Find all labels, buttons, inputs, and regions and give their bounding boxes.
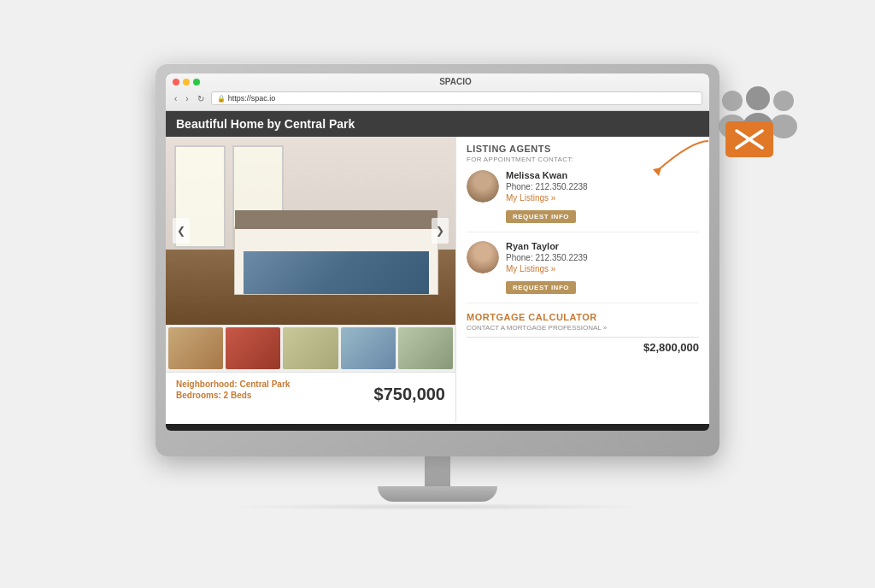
agent-phone-2: Phone: 212.350.2239 bbox=[506, 253, 699, 262]
property-info: Neighborhood: Central Park Bedrooms: 2 B… bbox=[166, 372, 455, 411]
bed-headboard bbox=[235, 210, 438, 229]
thumbnail-4[interactable] bbox=[341, 327, 396, 369]
stand-neck bbox=[425, 456, 450, 486]
agent-avatar-1 bbox=[467, 170, 499, 203]
arrow-icon bbox=[640, 137, 717, 179]
mortgage-section: MORTGAGE CALCULATOR CONTACT A MORTGAGE P… bbox=[467, 312, 699, 354]
page-title: Beautiful Home by Central Park bbox=[176, 117, 699, 131]
main-image-container: ❮ ❯ bbox=[166, 137, 455, 325]
request-info-button-1[interactable]: REQUEST INFO bbox=[506, 210, 576, 223]
next-image-button[interactable]: ❯ bbox=[432, 218, 449, 244]
bedroom-image bbox=[166, 137, 455, 325]
chevron-right-icon: ❯ bbox=[436, 225, 444, 237]
svg-point-0 bbox=[722, 91, 743, 111]
agent-phone-1: Phone: 212.350.2238 bbox=[506, 182, 699, 191]
beds-label: Bedrooms: bbox=[176, 391, 221, 400]
prev-image-button[interactable]: ❮ bbox=[173, 218, 190, 244]
monitor-bottom-glow bbox=[224, 503, 651, 510]
dot-maximize[interactable] bbox=[193, 79, 200, 85]
bed-blanket bbox=[244, 251, 429, 294]
dot-minimize[interactable] bbox=[183, 79, 190, 85]
thumbnail-5[interactable] bbox=[398, 327, 453, 369]
browser-nav-bar: ‹ › ↻ 🔒 https://spac.io bbox=[173, 90, 702, 107]
page-header: Beautiful Home by Central Park bbox=[166, 111, 709, 137]
scene: SPACIO ‹ › ↻ 🔒 https://spac.io bbox=[0, 0, 875, 588]
svg-point-2 bbox=[746, 86, 770, 110]
url-bar[interactable]: 🔒 https://spac.io bbox=[211, 91, 702, 105]
svg-point-4 bbox=[773, 91, 794, 111]
email-badge bbox=[725, 121, 773, 157]
monitor-screen-border: SPACIO ‹ › ↻ 🔒 https://spac.io bbox=[156, 63, 719, 456]
email-icon bbox=[735, 129, 764, 150]
browser-tab-title: SPACIO bbox=[208, 77, 702, 86]
mortgage-subtitle[interactable]: CONTACT A MORTGAGE PROFESSIONAL » bbox=[467, 324, 699, 332]
lock-icon: 🔒 bbox=[217, 95, 226, 103]
stand-base bbox=[378, 486, 497, 502]
main-content: ❮ ❯ bbox=[166, 137, 709, 422]
mortgage-amount: $2,800,000 bbox=[467, 337, 699, 354]
property-price: $750,000 bbox=[374, 385, 445, 404]
agent-listings-2[interactable]: My Listings » bbox=[506, 264, 699, 273]
browser-dots bbox=[173, 79, 200, 85]
refresh-button[interactable]: ↻ bbox=[196, 94, 206, 103]
browser-content: Beautiful Home by Central Park bbox=[166, 111, 709, 424]
thumbnail-1[interactable] bbox=[168, 327, 223, 369]
browser-chrome: SPACIO ‹ › ↻ 🔒 https://spac.io bbox=[166, 74, 709, 111]
svg-point-5 bbox=[770, 115, 797, 138]
agent-name-2: Ryan Taylor bbox=[506, 241, 699, 251]
svg-marker-8 bbox=[653, 168, 661, 176]
thumbnail-2[interactable] bbox=[226, 327, 280, 369]
request-info-button-2[interactable]: REQUEST INFO bbox=[506, 281, 576, 294]
neighborhood-value: Central Park bbox=[239, 379, 290, 389]
listing-panel: ❮ ❯ bbox=[166, 137, 456, 422]
agent-info-2: Ryan Taylor Phone: 212.350.2239 My Listi… bbox=[506, 241, 699, 294]
agent-avatar-2 bbox=[467, 241, 499, 273]
chevron-left-icon: ❮ bbox=[177, 225, 185, 237]
thumbnail-strip bbox=[166, 325, 455, 372]
thumbnail-3[interactable] bbox=[283, 327, 338, 369]
agent-photo-ryan bbox=[467, 241, 499, 273]
monitor-stand bbox=[386, 456, 489, 502]
beds-value: 2 Beds bbox=[224, 391, 252, 400]
agents-panel: LISTING AGENTS FOR APPOINTMENT CONTACT: … bbox=[456, 137, 709, 422]
side-decoration bbox=[708, 85, 802, 149]
forward-button[interactable]: › bbox=[184, 94, 190, 103]
url-text: https://spac.io bbox=[228, 94, 276, 103]
agent-photo-melissa bbox=[467, 170, 499, 203]
monitor-inner-border: SPACIO ‹ › ↻ 🔒 https://spac.io bbox=[166, 74, 709, 431]
neighborhood-label: Neighborhood: bbox=[176, 379, 238, 389]
monitor: SPACIO ‹ › ↻ 🔒 https://spac.io bbox=[147, 63, 728, 525]
back-button[interactable]: ‹ bbox=[173, 94, 179, 103]
dot-close[interactable] bbox=[173, 79, 179, 85]
mortgage-title: MORTGAGE CALCULATOR bbox=[467, 312, 699, 322]
agent-listings-1[interactable]: My Listings » bbox=[506, 193, 699, 203]
bed bbox=[234, 226, 438, 295]
agent-card-2: Ryan Taylor Phone: 212.350.2239 My Listi… bbox=[467, 241, 699, 303]
